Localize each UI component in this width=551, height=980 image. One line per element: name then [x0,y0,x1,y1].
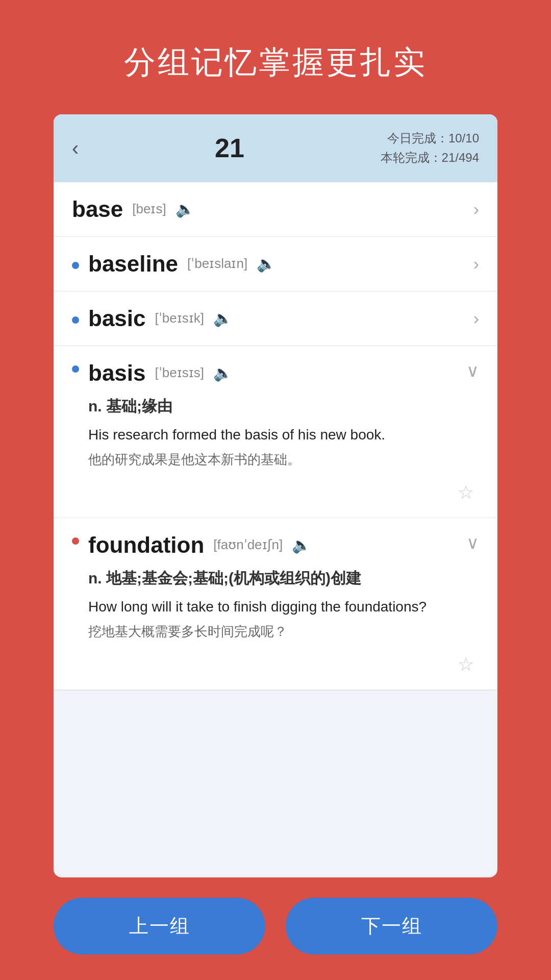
back-button[interactable]: ‹ [72,138,79,158]
pos-foundation: n. 地基;基金会;基础;(机构或组织的)创建 [88,568,479,589]
word-text-basis: basis [88,360,146,386]
prev-group-button[interactable]: 上一组 [54,898,265,954]
word-row-foundation[interactable]: foundation [faʊnˈdeɪʃn] 🔈 ∨ n. 地基;基金会;基础… [54,518,497,690]
star-icon-foundation[interactable]: ☆ [458,654,474,675]
word-row-basic[interactable]: basic [ˈbeɪsɪk] 🔈 › [54,291,497,346]
star-row-foundation: ☆ [72,647,479,675]
word-list: base [beɪs] 🔈 › baseline [ˈbeɪslaɪn] 🔈 ›… [54,182,497,690]
bottom-buttons: 上一组 下一组 [54,877,497,980]
pos-basis: n. 基础;缘由 [88,396,479,417]
sound-icon-basic[interactable]: 🔈 [213,309,232,327]
phonetic-basis: [ˈbeɪsɪs] [155,365,204,381]
example-cn-basis: 他的研究成果是他这本新书的基础。 [88,450,479,470]
word-row-base[interactable]: base [beɪs] 🔈 › [54,182,497,237]
word-text-foundation: foundation [88,532,204,558]
example-en-basis: His research formed the basis of his new… [88,424,479,446]
dot-foundation [72,537,79,545]
sound-icon-basis[interactable]: 🔈 [213,364,232,382]
dot-baseline [72,262,79,269]
page-title: 分组记忆掌握更扎实 [104,0,447,114]
example-cn-foundation: 挖地基大概需要多长时间完成呢？ [88,622,479,642]
progress-info: 今日完成：10/10 本轮完成：21/494 [381,129,479,168]
card-number: 21 [215,133,244,163]
dot-basic [72,316,79,324]
chevron-basis[interactable]: ∨ [466,360,479,381]
word-text-base: base [72,197,123,222]
chevron-base: › [473,199,479,219]
progress-round: 本轮完成：21/494 [381,148,479,167]
sound-icon-baseline[interactable]: 🔈 [257,255,276,273]
word-detail-foundation: n. 地基;基金会;基础;(机构或组织的)创建 How long will it… [72,558,479,647]
word-row-baseline[interactable]: baseline [ˈbeɪslaɪn] 🔈 › [54,237,497,291]
word-text-baseline: baseline [88,251,178,277]
dot-basis [72,365,79,373]
word-main-base: base [beɪs] 🔈 [72,197,473,222]
next-group-button[interactable]: 下一组 [286,898,497,954]
example-en-foundation: How long will it take to finish digging … [88,596,479,618]
phonetic-base: [beɪs] [132,201,166,217]
word-main-baseline: baseline [ˈbeɪslaɪn] 🔈 [88,251,473,277]
card-container: ‹ 21 今日完成：10/10 本轮完成：21/494 base [beɪs] … [54,114,497,877]
phonetic-basic: [ˈbeɪsɪk] [155,310,204,326]
word-main-basic: basic [ˈbeɪsɪk] 🔈 [88,306,473,331]
word-detail-basis: n. 基础;缘由 His research formed the basis o… [72,386,479,475]
star-row-basis: ☆ [72,475,479,503]
word-row-basis[interactable]: basis [ˈbeɪsɪs] 🔈 ∨ n. 基础;缘由 His researc… [54,346,497,518]
sound-icon-foundation[interactable]: 🔈 [292,536,311,554]
chevron-foundation[interactable]: ∨ [466,532,479,553]
progress-today: 今日完成：10/10 [381,129,479,148]
sound-icon-base[interactable]: 🔈 [176,200,194,218]
empty-area [54,690,497,833]
phonetic-baseline: [ˈbeɪslaɪn] [187,256,247,272]
word-main-basis: basis [ˈbeɪsɪs] 🔈 [88,360,466,386]
chevron-basic: › [473,308,479,328]
phonetic-foundation: [faʊnˈdeɪʃn] [213,537,283,553]
star-icon-basis[interactable]: ☆ [458,482,474,503]
chevron-baseline: › [473,254,479,274]
word-text-basic: basic [88,306,146,331]
word-main-foundation: foundation [faʊnˈdeɪʃn] 🔈 [88,532,466,558]
card-header: ‹ 21 今日完成：10/10 本轮完成：21/494 [54,114,497,182]
